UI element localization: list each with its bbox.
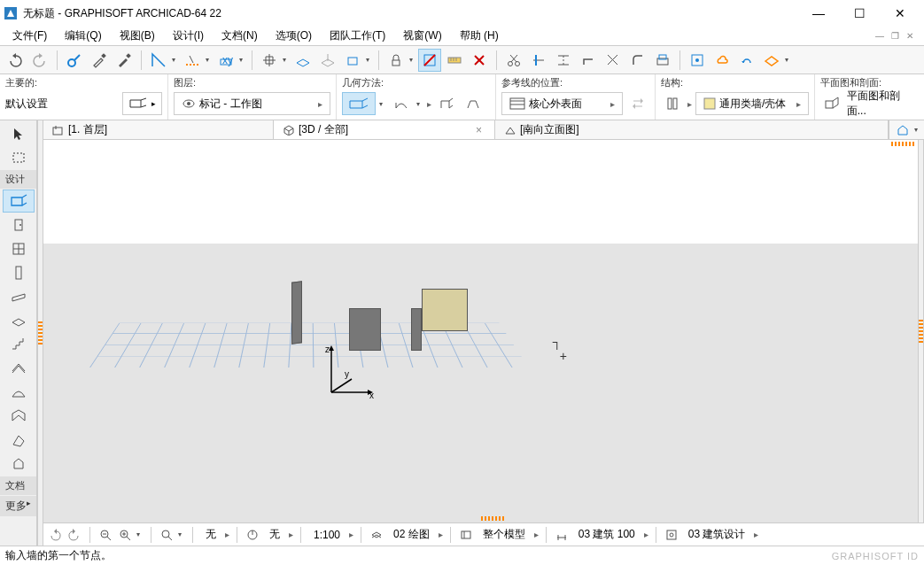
- wall-settings-button[interactable]: ▸: [122, 92, 162, 115]
- tab-close-icon[interactable]: ×: [472, 124, 485, 136]
- wall-tool[interactable]: [3, 190, 35, 213]
- menu-help[interactable]: 帮助 (H): [451, 27, 508, 45]
- menu-design[interactable]: 设计(I): [164, 27, 213, 45]
- geom-box-button[interactable]: [435, 92, 458, 115]
- shell-tool[interactable]: [3, 381, 35, 404]
- intersect-button[interactable]: [602, 49, 625, 72]
- flip-button[interactable]: [626, 92, 649, 115]
- menu-teamwork[interactable]: 团队工作(T): [321, 27, 394, 45]
- dropdown-icon[interactable]: ▾: [785, 56, 792, 64]
- quick-none-2[interactable]: 无: [264, 527, 285, 542]
- geom-trapezoid-button[interactable]: [462, 92, 485, 115]
- maximize-button[interactable]: ☐: [839, 0, 880, 27]
- brand-label[interactable]: GRAPHISOFT ID: [832, 551, 919, 561]
- stair-tool[interactable]: [3, 333, 35, 356]
- menu-view[interactable]: 视图(B): [111, 27, 164, 45]
- dropdown-icon[interactable]: ▾: [178, 530, 185, 538]
- dropdown-icon[interactable]: ▾: [416, 100, 423, 108]
- plane-button[interactable]: [291, 49, 314, 72]
- scale-value[interactable]: 1:100: [308, 529, 346, 541]
- slab-tool[interactable]: [3, 309, 35, 332]
- layer-selector[interactable]: 标记 - 工作图 ▸: [174, 92, 330, 115]
- morph-tool[interactable]: [3, 429, 35, 452]
- menu-edit[interactable]: 编辑(Q): [56, 27, 110, 45]
- refline-selector[interactable]: 核心外表面 ▸: [501, 92, 623, 115]
- tab-tools[interactable]: ▾: [889, 120, 924, 139]
- mdi-restore-icon[interactable]: ❐: [889, 31, 901, 41]
- mdi-close-icon[interactable]: ✕: [905, 31, 915, 41]
- show-button[interactable]: [760, 49, 783, 72]
- minimize-button[interactable]: —: [798, 0, 839, 27]
- gravity-button[interactable]: [316, 49, 339, 72]
- curtainwall-tool[interactable]: [3, 405, 35, 428]
- split-button[interactable]: [552, 49, 575, 72]
- tab-floorplan[interactable]: [1. 首层]: [43, 120, 274, 139]
- fit-button[interactable]: [159, 527, 175, 543]
- quick-none-1[interactable]: 无: [200, 527, 221, 542]
- dropdown-icon[interactable]: ▾: [379, 100, 386, 108]
- bottom-drag-handle[interactable]: [481, 516, 504, 521]
- geom-straight-button[interactable]: [342, 92, 376, 115]
- measure-button[interactable]: [443, 49, 466, 72]
- beam-tool[interactable]: [3, 285, 35, 308]
- cloud-button[interactable]: [710, 49, 734, 72]
- adjust-button[interactable]: [577, 49, 600, 72]
- building-value[interactable]: 03 建筑 100: [573, 527, 641, 542]
- nav-fwd-button[interactable]: [66, 527, 82, 543]
- fillet-button[interactable]: [626, 49, 649, 72]
- top-drag-handle[interactable]: [891, 142, 914, 146]
- dropdown-icon[interactable]: ▾: [206, 56, 213, 64]
- redo-button[interactable]: [28, 49, 51, 72]
- right-drag-handle[interactable]: [918, 140, 924, 522]
- sync-button[interactable]: [735, 49, 758, 72]
- suspend-button[interactable]: [418, 49, 441, 72]
- ruler-button[interactable]: [147, 49, 170, 72]
- box-button[interactable]: [341, 49, 364, 72]
- window-tool[interactable]: [3, 237, 35, 260]
- marquee-tool[interactable]: [3, 146, 35, 169]
- roof-tool[interactable]: [3, 357, 35, 380]
- dropdown-icon[interactable]: ▾: [239, 56, 246, 64]
- menu-options[interactable]: 选项(O): [267, 27, 321, 45]
- dropdown-icon[interactable]: ▾: [136, 530, 144, 538]
- mdi-minimize-icon[interactable]: —: [874, 31, 886, 41]
- door-tool[interactable]: [3, 213, 35, 236]
- geom-curved-button[interactable]: [390, 92, 413, 115]
- pick-button[interactable]: [63, 49, 86, 72]
- structure-basic-button[interactable]: [661, 92, 684, 115]
- undo-button[interactable]: [4, 49, 27, 72]
- cut-button[interactable]: [502, 49, 525, 72]
- cancel-button[interactable]: [468, 49, 491, 72]
- section-button[interactable]: [686, 49, 709, 72]
- eyedropper-button[interactable]: [88, 49, 111, 72]
- inject-button[interactable]: [113, 49, 136, 72]
- grid-snap-button[interactable]: [258, 49, 281, 72]
- dropdown-icon[interactable]: ▾: [283, 56, 290, 64]
- design-value[interactable]: 03 建筑设计: [683, 527, 751, 542]
- zoom-out-button[interactable]: [97, 527, 113, 543]
- snap-button[interactable]: xy: [214, 49, 237, 72]
- menu-window[interactable]: 视窗(W): [394, 27, 450, 45]
- dropdown-icon[interactable]: ▾: [172, 56, 179, 64]
- dropdown-icon[interactable]: ▾: [409, 56, 416, 64]
- plan-icon-button[interactable]: [820, 92, 843, 115]
- zoom-in-button[interactable]: [117, 527, 133, 543]
- nav-back-button[interactable]: [47, 527, 63, 543]
- model-value[interactable]: 整个模型: [478, 527, 531, 542]
- 3d-viewport[interactable]: z x y ┐ +: [43, 140, 918, 522]
- trim-button[interactable]: [527, 49, 550, 72]
- menu-document[interactable]: 文档(N): [213, 27, 267, 45]
- drawing-value[interactable]: 02 绘图: [388, 527, 435, 542]
- left-drag-handle[interactable]: [37, 120, 43, 546]
- object-tool[interactable]: [3, 453, 35, 476]
- lock-button[interactable]: [384, 49, 408, 72]
- guideline-button[interactable]: [181, 49, 204, 72]
- tab-3d[interactable]: [3D / 全部] ×: [274, 120, 495, 139]
- more-section-label[interactable]: 更多 ▸: [0, 496, 36, 516]
- structure-selector[interactable]: 通用类墙/壳体 ▸: [695, 92, 809, 115]
- dropdown-icon[interactable]: ▾: [366, 56, 373, 64]
- column-tool[interactable]: [3, 261, 35, 284]
- arrow-tool[interactable]: [3, 122, 35, 145]
- close-button[interactable]: ✕: [880, 0, 920, 27]
- tab-elevation[interactable]: [南向立面图]: [495, 120, 889, 139]
